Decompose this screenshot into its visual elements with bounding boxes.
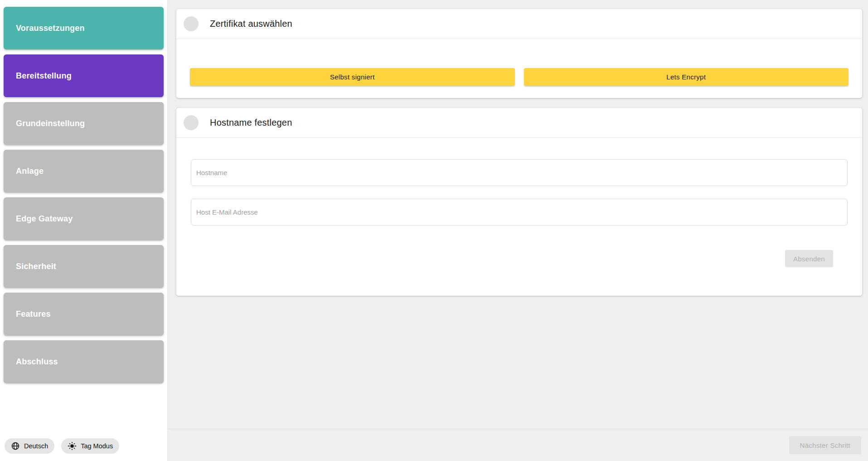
hostname-form-actions: Absenden — [176, 226, 862, 296]
sidebar-item-abschluss[interactable]: Abschluss — [4, 340, 164, 383]
sidebar-item-sicherheit[interactable]: Sicherheit — [4, 245, 164, 288]
step-label: Edge Gateway — [16, 214, 73, 224]
submit-button[interactable]: Absenden — [785, 250, 833, 267]
certificate-card-header: Zertifikat auswählen — [176, 9, 862, 39]
sidebar-item-edge-gateway[interactable]: Edge Gateway — [4, 197, 164, 240]
step-label: Bereitstellung — [16, 71, 72, 81]
theme-chip-label: Tag Modus — [81, 442, 113, 450]
certificate-card: Zertifikat auswählen Selbst signiert Let… — [176, 9, 862, 98]
language-chip-label: Deutsch — [24, 442, 48, 450]
self-signed-button[interactable]: Selbst signiert — [190, 68, 515, 86]
step-label: Anlage — [16, 167, 44, 176]
wizard-sidebar: Voraussetzungen Bereitstellung Grundeins… — [0, 0, 168, 461]
hostname-card-header: Hostname festlegen — [176, 108, 862, 138]
host-email-input[interactable] — [191, 199, 848, 226]
lets-encrypt-button[interactable]: Lets Encrypt — [524, 68, 849, 86]
step-label: Features — [16, 309, 51, 319]
step-label: Voraussetzungen — [16, 24, 85, 33]
main-content: Zertifikat auswählen Selbst signiert Let… — [168, 0, 868, 429]
certificate-options: Selbst signiert Lets Encrypt — [176, 39, 862, 98]
sidebar-item-bereitstellung[interactable]: Bereitstellung — [4, 54, 164, 97]
globe-icon — [11, 441, 20, 451]
step-label: Grundeinstellung — [16, 119, 85, 128]
step-label: Abschluss — [16, 357, 58, 367]
hostname-card: Hostname festlegen Absenden — [176, 108, 862, 296]
wizard-footer: Nächster Schritt — [168, 429, 868, 461]
sidebar-item-grundeinstellung[interactable]: Grundeinstellung — [4, 102, 164, 145]
step-label: Sicherheit — [16, 262, 56, 271]
main-area: Zertifikat auswählen Selbst signiert Let… — [168, 0, 868, 461]
hostname-card-title: Hostname festlegen — [210, 118, 292, 128]
hostname-input[interactable] — [191, 159, 848, 186]
next-step-button[interactable]: Nächster Schritt — [789, 436, 862, 454]
sun-icon — [68, 441, 77, 451]
sidebar-footer-chips: Deutsch Tag Mod — [4, 438, 164, 454]
language-chip[interactable]: Deutsch — [5, 438, 54, 454]
sidebar-item-voraussetzungen[interactable]: Voraussetzungen — [4, 7, 164, 49]
sidebar-item-anlage[interactable]: Anlage — [4, 150, 164, 192]
step-status-circle — [184, 16, 199, 31]
theme-toggle-chip[interactable]: Tag Modus — [61, 438, 119, 454]
sidebar-item-features[interactable]: Features — [4, 293, 164, 335]
step-status-circle — [184, 115, 199, 130]
certificate-card-title: Zertifikat auswählen — [210, 19, 292, 29]
wizard-steps: Voraussetzungen Bereitstellung Grundeins… — [4, 7, 164, 383]
hostname-form — [176, 138, 862, 226]
